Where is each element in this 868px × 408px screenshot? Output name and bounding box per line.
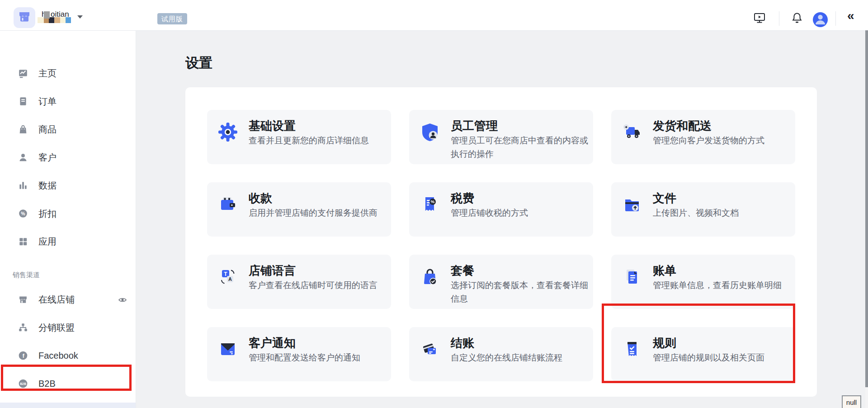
- null-overlay: null: [842, 395, 861, 408]
- card-description: 自定义您的在线店铺结账流程: [451, 351, 590, 365]
- checkout-card-icon: [419, 338, 441, 360]
- affiliate-icon: [18, 323, 28, 332]
- dashboard-icon: [18, 68, 28, 78]
- svg-text:A: A: [228, 276, 232, 282]
- settings-card-plan-bag[interactable]: 套餐选择订阅的套餐版本，查看套餐详细信息: [409, 255, 593, 309]
- products-icon: [18, 124, 28, 134]
- card-text: 套餐选择订阅的套餐版本，查看套餐详细信息: [451, 263, 590, 309]
- sidebar-item-apps[interactable]: 应用: [0, 232, 136, 251]
- settings-card-mail[interactable]: 客户通知管理和配置发送给客户的通知: [207, 327, 391, 381]
- tax-receipt-icon: %: [419, 194, 441, 215]
- header-divider: [779, 11, 779, 26]
- mosaic-block: [54, 17, 60, 23]
- card-text: 文件上传图片、视频和文档: [653, 191, 792, 237]
- sidebar-item-analytics[interactable]: 数据: [0, 176, 136, 195]
- sidebar-item-label: 在线店铺: [38, 294, 75, 306]
- svg-text:%: %: [21, 211, 25, 216]
- card-description: 管理店铺收税的方式: [451, 206, 590, 220]
- card-title: 税费: [451, 191, 590, 205]
- card-text: 基础设置查看并且更新您的商店详细信息: [249, 119, 387, 164]
- screen-share-button[interactable]: [752, 11, 767, 26]
- user-avatar[interactable]: [813, 12, 828, 27]
- settings-card-checkout-card[interactable]: 结账自定义您的在线店铺结账流程: [409, 327, 593, 381]
- card-description: 启用并管理店铺的支付服务提供商: [249, 206, 387, 220]
- eye-icon[interactable]: [118, 296, 127, 305]
- svg-text:B2B: B2B: [20, 382, 26, 385]
- trial-badge: 试用版: [157, 13, 187, 24]
- wallet-icon: [217, 194, 239, 215]
- mosaic-block: [66, 17, 71, 23]
- store-switcher[interactable]: h oitian: [38, 8, 87, 26]
- gear-icon: [217, 121, 239, 143]
- card-title: 客户通知: [249, 336, 387, 350]
- folder-upload-icon: [621, 194, 643, 215]
- card-title: 发货和配送: [653, 119, 792, 133]
- shield-user-icon: [419, 121, 441, 143]
- page-title: 设置: [185, 54, 212, 71]
- mosaic-block: [44, 11, 50, 19]
- card-description: 管理您向客户发送货物的方式: [653, 134, 792, 147]
- card-title: 收款: [249, 191, 387, 205]
- settings-card-rules-receipt[interactable]: 规则管理店铺的规则以及相关页面: [611, 327, 795, 381]
- card-description: 上传图片、视频和文档: [653, 206, 792, 220]
- card-title: 套餐: [451, 263, 590, 278]
- settings-card-translate[interactable]: T A店铺语言客户查看在线店铺时可使用的语言: [207, 255, 391, 309]
- sidebar-item-dashboard[interactable]: 主页: [0, 64, 136, 82]
- sidebar-item-label: Facebook: [38, 351, 78, 361]
- svg-text:%: %: [431, 199, 435, 204]
- scrollbar-thumb[interactable]: [865, 30, 868, 387]
- sidebar-item-settings[interactable]: 设置: [0, 403, 136, 408]
- translate-icon: T A: [217, 266, 239, 288]
- card-description: 查看并且更新您的商店详细信息: [249, 134, 387, 147]
- rules-receipt-icon: [621, 338, 643, 360]
- card-text: 店铺语言客户查看在线店铺时可使用的语言: [249, 263, 387, 309]
- settings-card-folder-upload[interactable]: 文件上传图片、视频和文档: [611, 182, 795, 237]
- sidebar-item-label: 商品: [38, 123, 57, 136]
- truck-icon: [621, 121, 643, 143]
- card-title: 文件: [653, 191, 792, 205]
- card-text: 员工管理管理员工可在您商店中查看的内容或执行的操作: [451, 119, 590, 164]
- settings-card-wallet[interactable]: 收款启用并管理店铺的支付服务提供商: [207, 182, 391, 237]
- sidebar-item-discount[interactable]: %折扣: [0, 204, 136, 223]
- mosaic-block: [60, 17, 66, 23]
- top-bar: h oitian 试用版: [0, 0, 868, 31]
- card-description: 管理账单信息，查看历史账单明细: [653, 279, 792, 292]
- card-title: 店铺语言: [249, 263, 387, 278]
- card-text: 客户通知管理和配置发送给客户的通知: [249, 336, 387, 381]
- card-text: 规则管理店铺的规则以及相关页面: [653, 336, 792, 381]
- store-logo[interactable]: [14, 7, 35, 28]
- sidebar-item-label: B2B: [38, 379, 56, 389]
- settings-card-gear[interactable]: 基础设置查看并且更新您的商店详细信息: [207, 110, 391, 164]
- sidebar-item-label: 分销联盟: [38, 322, 75, 334]
- sidebar-item-products[interactable]: 商品: [0, 120, 136, 138]
- sidebar-item-b2b[interactable]: B2BB2B: [0, 375, 136, 393]
- settings-card-shield-user[interactable]: 员工管理管理员工可在您商店中查看的内容或执行的操作: [409, 110, 593, 164]
- mail-icon: [217, 338, 239, 360]
- avatar-person-icon: [813, 11, 828, 28]
- sidebar-item-facebook[interactable]: fFacebook: [0, 346, 136, 365]
- sidebar-item-customers[interactable]: 客户: [0, 148, 136, 166]
- notifications-button[interactable]: [789, 11, 805, 26]
- card-text: 税费管理店铺收税的方式: [451, 191, 590, 237]
- orders-icon: [18, 96, 28, 106]
- sidebar-item-label: 主页: [38, 67, 57, 80]
- collapse-sidebar-icon[interactable]: «: [844, 9, 857, 23]
- b2b-icon: B2B: [18, 379, 28, 389]
- settings-card-tax-receipt[interactable]: %税费管理店铺收税的方式: [409, 182, 593, 237]
- bell-icon: [791, 12, 803, 26]
- sidebar-item-online-store[interactable]: 在线店铺: [0, 290, 136, 308]
- mosaic-block: [38, 17, 44, 23]
- page-scrollbar[interactable]: [865, 30, 868, 408]
- card-description: 管理员工可在您商店中查看的内容或执行的操作: [451, 134, 590, 161]
- sidebar-item-orders[interactable]: 订单: [0, 92, 136, 110]
- card-text: 结账自定义您的在线店铺结账流程: [451, 336, 590, 381]
- settings-card-billing-doc[interactable]: 账单管理账单信息，查看历史账单明细: [611, 255, 795, 309]
- sidebar-item-label: 客户: [38, 152, 57, 164]
- sidebar-item-label: 应用: [38, 236, 57, 248]
- card-description: 管理和配置发送给客户的通知: [249, 351, 387, 365]
- sidebar-item-label: 折扣: [38, 208, 57, 220]
- svg-text:T: T: [224, 271, 227, 277]
- sidebar-item-affiliate[interactable]: 分销联盟: [0, 318, 136, 337]
- settings-card-truck[interactable]: 发货和配送管理您向客户发送货物的方式: [611, 110, 795, 164]
- plan-bag-icon: [419, 266, 441, 288]
